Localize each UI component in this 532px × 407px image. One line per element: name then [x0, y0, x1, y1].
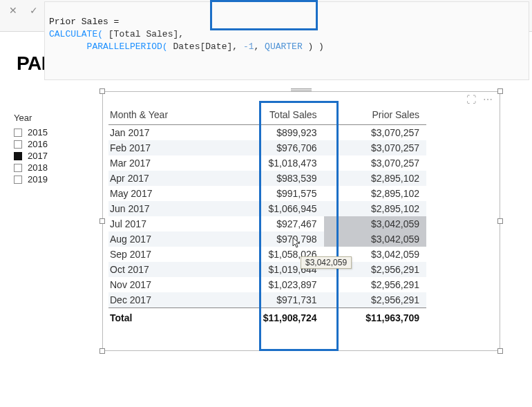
formula-close-parens: ) ) — [303, 41, 324, 52]
formula-fn-parallelperiod: PARALLELPERIOD( — [87, 41, 168, 52]
checkbox-icon — [14, 129, 22, 137]
formula-arg-total-sales: [Total Sales], — [103, 29, 189, 39]
checkbox-icon — [14, 152, 22, 160]
more-options-icon[interactable]: ⋯ — [483, 94, 493, 105]
table-row[interactable]: Feb 2017$976,706$3,070,257 — [108, 140, 426, 155]
resize-handle-ml[interactable] — [99, 218, 105, 224]
cell-tooltip: $3,042,059 — [301, 256, 352, 269]
formula-fn-calculate: CALCULATE( — [49, 29, 103, 39]
formula-editor[interactable]: Prior Sales = CALCULATE( [Total Sales], … — [44, 1, 529, 80]
visual-drag-grip[interactable] — [291, 88, 312, 92]
slicer-item-2019[interactable]: 2019 — [14, 174, 83, 184]
col-header-total-sales[interactable]: Total Sales — [221, 106, 323, 125]
slicer-item-2015[interactable]: 2015 — [14, 127, 83, 138]
formula-arg-offset: -1 — [243, 41, 254, 52]
table-row[interactable]: Apr 2017$983,539$2,895,102 — [108, 171, 426, 186]
table-row[interactable]: Sep 2017$1,058,026$3,042,059 — [108, 247, 426, 262]
table-row[interactable]: Jul 2017$927,467$3,042,059 — [108, 216, 426, 231]
table-row[interactable]: Mar 2017$1,018,473$3,070,257 — [108, 155, 426, 171]
table-row[interactable]: May 2017$991,575$2,895,102 — [108, 186, 426, 201]
resize-handle-mr[interactable] — [497, 218, 503, 224]
slicer-item-2016[interactable]: 2016 — [14, 139, 83, 149]
table-row[interactable]: Jun 2017$1,066,945$2,895,102 — [108, 201, 426, 216]
resize-handle-tr[interactable] — [497, 88, 503, 94]
focus-mode-icon[interactable]: ⛶ — [466, 94, 476, 105]
checkbox-icon — [14, 164, 22, 172]
visual-action-bar: ⛶ ⋯ — [466, 94, 493, 105]
resize-handle-br[interactable] — [497, 348, 503, 354]
slicer-item-2017[interactable]: 2017 — [14, 151, 83, 161]
table-row[interactable]: Dec 2017$971,731$2,956,291 — [108, 292, 426, 308]
slicer-item-2018[interactable]: 2018 — [14, 162, 83, 173]
slicer-item-label: 2018 — [28, 162, 48, 173]
col-header-prior-sales[interactable]: Prior Sales — [324, 106, 426, 125]
table-row[interactable]: Oct 2017$1,019,644$2,956,291 — [108, 262, 426, 277]
formula-measure-name: Prior Sales = — [49, 17, 124, 27]
table-row[interactable]: Jan 2017$899,923$3,070,257 — [108, 125, 426, 141]
table-total-row[interactable]: Total$11,908,724$11,963,709 — [108, 308, 426, 326]
formula-arg-interval: QUARTER — [265, 41, 303, 52]
slicer-item-label: 2017 — [28, 151, 48, 161]
formula-arg-dates: Dates[Date] — [168, 41, 233, 52]
hovered-cell: $3,042,059 — [324, 216, 426, 231]
resize-handle-bl[interactable] — [99, 348, 105, 354]
col-header-month[interactable]: Month & Year — [108, 106, 221, 125]
slicer-item-label: 2016 — [28, 139, 48, 149]
formula-annotation-box — [210, 0, 318, 30]
formula-commit-button[interactable]: ✓ — [26, 3, 41, 18]
slicer-item-label: 2019 — [28, 174, 48, 184]
checkbox-icon — [14, 176, 22, 184]
slicer-item-label: 2015 — [28, 127, 48, 138]
table-row[interactable]: Aug 2017$970,798$3,042,059 — [108, 231, 426, 247]
resize-handle-tl[interactable] — [99, 88, 105, 94]
data-table: Month & Year Total Sales Prior Sales Jan… — [108, 106, 426, 325]
table-row[interactable]: Nov 2017$1,023,897$2,956,291 — [108, 277, 426, 292]
formula-bar: ✕ ✓ Prior Sales = CALCULATE( [Total Sale… — [0, 0, 532, 32]
checkbox-icon — [14, 140, 22, 149]
slicer-title: Year — [14, 113, 83, 123]
year-slicer[interactable]: Year 2015 2016 2017 2018 2019 — [14, 113, 83, 186]
formula-cancel-button[interactable]: ✕ — [6, 3, 21, 18]
